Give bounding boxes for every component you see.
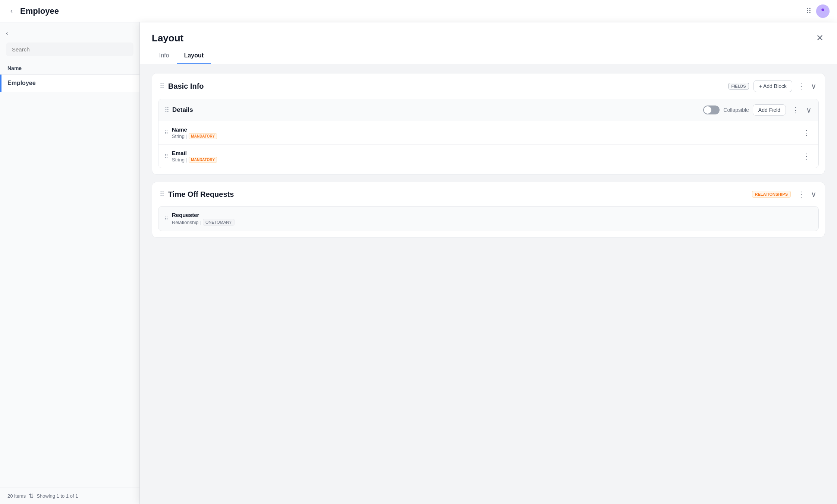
basic-info-more-button[interactable]: ⋮ — [795, 81, 807, 91]
pagination-text: Showing 1 to 1 of 1 — [37, 493, 78, 499]
top-nav: ‹ Employee ⠿ — [0, 0, 837, 22]
basic-info-drag-handle[interactable]: ⠿ — [160, 82, 164, 90]
panel-content: ⠿ Basic Info FIELDS + Add Block ⋮ ∨ ⠿ — [140, 64, 837, 504]
add-field-button[interactable]: Add Field — [753, 104, 786, 116]
sidebar-footer: 20 items ⇅ Showing 1 to 1 of 1 — [0, 488, 139, 504]
time-off-actions: ⋮ ∨ — [795, 189, 817, 199]
panel-close-button[interactable]: ✕ — [815, 31, 825, 45]
time-off-title: Time Off Requests — [168, 190, 745, 199]
email-field-more-button[interactable]: ⋮ — [800, 151, 812, 161]
add-block-button[interactable]: + Add Block — [753, 80, 792, 92]
requester-drag[interactable]: ⠿ — [164, 216, 168, 222]
email-mandatory-badge: MANDATORY — [189, 157, 217, 163]
name-field-drag[interactable]: ⠿ — [164, 130, 168, 136]
tabs: Info Layout — [140, 48, 837, 64]
details-drag-handle[interactable]: ⠿ — [164, 106, 169, 114]
details-title: Details — [172, 106, 699, 114]
details-sub-block: ⠿ Details Collapsible Add Field ⋮ ∨ ⠿ — [158, 99, 819, 168]
top-nav-left: ‹ Employee — [7, 6, 59, 16]
sidebar: ‹ Name Employee 20 items ⇅ Showing 1 to … — [0, 22, 140, 504]
panel-header: Layout ✕ — [140, 22, 837, 45]
svg-point-0 — [821, 8, 824, 11]
name-field-label: Name — [172, 126, 797, 133]
toggle-thumb — [704, 106, 711, 114]
tab-info[interactable]: Info — [152, 48, 177, 64]
email-field-info: Email String | MANDATORY — [172, 150, 797, 163]
basic-info-block: ⠿ Basic Info FIELDS + Add Block ⋮ ∨ ⠿ — [152, 73, 825, 174]
requester-info: Requester Relationship | ONETOMANY — [172, 212, 812, 226]
sidebar-header: ‹ — [0, 22, 139, 62]
time-off-drag-handle[interactable]: ⠿ — [160, 190, 164, 198]
name-field-info: Name String | MANDATORY — [172, 126, 797, 139]
name-mandatory-badge: MANDATORY — [189, 133, 217, 139]
requester-meta: Relationship | ONETOMANY — [172, 219, 812, 226]
details-sub-block-header: ⠿ Details Collapsible Add Field ⋮ ∨ — [158, 99, 818, 121]
basic-info-actions: + Add Block ⋮ ∨ — [753, 80, 817, 92]
list-items: Employee — [0, 75, 139, 488]
nav-title: Employee — [20, 6, 59, 16]
list-item-employee[interactable]: Employee — [0, 75, 139, 92]
relation-type-badge: ONETOMANY — [203, 219, 235, 226]
tab-layout[interactable]: Layout — [177, 48, 211, 64]
time-off-collapse-button[interactable]: ∨ — [810, 189, 817, 199]
main-layout: ‹ Name Employee 20 items ⇅ Showing 1 to … — [0, 22, 837, 504]
top-nav-right: ⠿ — [806, 4, 830, 18]
search-input[interactable] — [6, 42, 133, 56]
items-count: 20 items — [7, 493, 26, 499]
requester-row: ⠿ Requester Relationship | ONETOMANY — [158, 206, 819, 231]
time-off-tag: RELATIONSHIPS — [752, 191, 791, 198]
sort-icon[interactable]: ⇅ — [29, 492, 34, 500]
basic-info-collapse-button[interactable]: ∨ — [810, 81, 817, 91]
email-field-label: Email — [172, 150, 797, 156]
email-field-drag[interactable]: ⠿ — [164, 153, 168, 159]
time-off-requests-block: ⠿ Time Off Requests RELATIONSHIPS ⋮ ∨ ⠿ … — [152, 182, 825, 237]
collapsible-toggle[interactable] — [703, 105, 720, 114]
time-off-more-button[interactable]: ⋮ — [795, 189, 807, 199]
field-row-email: ⠿ Email String | MANDATORY ⋮ — [158, 144, 818, 168]
email-field-meta: String | MANDATORY — [172, 157, 797, 163]
time-off-block-header: ⠿ Time Off Requests RELATIONSHIPS ⋮ ∨ — [152, 182, 825, 206]
details-collapse-button[interactable]: ∨ — [805, 105, 812, 115]
basic-info-block-header: ⠿ Basic Info FIELDS + Add Block ⋮ ∨ — [152, 73, 825, 99]
sidebar-back-button[interactable]: ‹ — [6, 28, 8, 38]
collapsible-label: Collapsible — [723, 107, 749, 113]
grid-icon[interactable]: ⠿ — [806, 7, 812, 16]
avatar[interactable] — [816, 4, 830, 18]
panel-title: Layout — [152, 32, 183, 44]
basic-info-title: Basic Info — [168, 82, 721, 91]
name-field-meta: String | MANDATORY — [172, 133, 797, 139]
details-more-button[interactable]: ⋮ — [790, 105, 802, 115]
requester-name: Requester — [172, 212, 812, 218]
nav-back-button[interactable]: ‹ — [7, 6, 16, 16]
layout-panel: Layout ✕ Info Layout ⠿ Basic Info FIELDS — [140, 22, 837, 504]
basic-info-tag: FIELDS — [729, 83, 749, 89]
name-field-more-button[interactable]: ⋮ — [800, 127, 812, 138]
field-row-name: ⠿ Name String | MANDATORY ⋮ — [158, 121, 818, 144]
list-column-header: Name — [0, 62, 139, 75]
